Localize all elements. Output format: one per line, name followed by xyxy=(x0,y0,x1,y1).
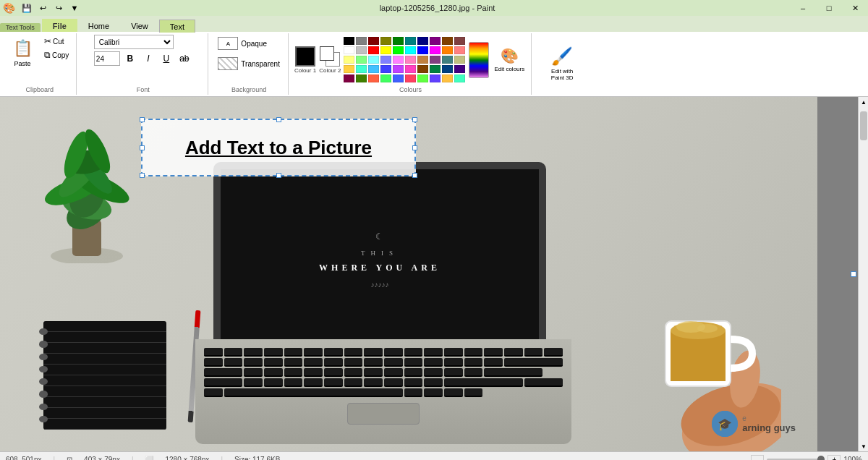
scrollbar-thumb[interactable] xyxy=(860,111,867,140)
palette-cell[interactable] xyxy=(344,46,354,54)
palette-cell[interactable] xyxy=(393,56,404,64)
resize-handle-tl[interactable] xyxy=(140,117,145,122)
redo-button[interactable]: ↪ xyxy=(51,1,66,14)
close-button[interactable]: ✕ xyxy=(842,0,868,16)
palette-cell[interactable] xyxy=(417,56,428,64)
save-button[interactable]: 💾 xyxy=(20,1,34,14)
palette-cell[interactable] xyxy=(442,74,453,82)
palette-cell[interactable] xyxy=(442,56,453,64)
minimize-button[interactable]: – xyxy=(790,0,816,16)
resize-handle-ml[interactable] xyxy=(140,145,145,150)
palette-cell[interactable] xyxy=(442,37,453,45)
resize-handle-bm[interactable] xyxy=(276,173,281,178)
tab-text[interactable]: Text xyxy=(159,20,195,33)
palette-cell[interactable] xyxy=(368,37,379,45)
resize-handle-mr[interactable] xyxy=(412,145,417,150)
canvas-image[interactable]: ☾ THIS WHERE YOU ARE ♪♪♪♪♪ xyxy=(0,97,817,451)
palette-cell[interactable] xyxy=(454,56,465,64)
resize-handle-tm[interactable] xyxy=(276,117,281,122)
palette-cell[interactable] xyxy=(368,74,379,82)
palette-cell[interactable] xyxy=(417,74,428,82)
tab-home[interactable]: Home xyxy=(77,19,120,32)
opaque-button[interactable]: A Opaque xyxy=(214,35,284,52)
image-dimensions: 1280 × 768px xyxy=(165,456,209,460)
cut-button[interactable]: ✂ Cut xyxy=(41,35,72,48)
colour2-front[interactable] xyxy=(320,46,334,61)
palette-cell[interactable] xyxy=(405,37,416,45)
palette-cell[interactable] xyxy=(430,65,441,73)
palette-cell[interactable] xyxy=(356,65,367,73)
palette-cell[interactable] xyxy=(454,46,465,54)
palette-cell[interactable] xyxy=(442,46,453,54)
palette-cell[interactable] xyxy=(393,65,404,73)
palette-cell[interactable] xyxy=(344,65,354,73)
colour2-swatch-wrap xyxy=(320,46,340,67)
palette-cell[interactable] xyxy=(356,46,367,54)
resize-handle-tr[interactable] xyxy=(412,117,417,122)
dropdown-button[interactable]: ▼ xyxy=(67,1,82,14)
strikethrough-button[interactable]: ab xyxy=(176,51,192,67)
palette-cell[interactable] xyxy=(368,46,379,54)
palette-cell[interactable] xyxy=(356,74,367,82)
copy-button[interactable]: ⧉ Copy xyxy=(41,48,72,61)
scroll-up-arrow[interactable]: ▲ xyxy=(859,97,868,107)
resize-handle-bl[interactable] xyxy=(140,173,145,178)
font-size-input[interactable] xyxy=(94,51,120,66)
palette-cell[interactable] xyxy=(442,65,453,73)
svg-point-20 xyxy=(697,324,718,333)
palette-cell[interactable] xyxy=(344,56,354,64)
palette-cell[interactable] xyxy=(344,37,354,45)
palette-cell[interactable] xyxy=(430,56,441,64)
zoom-out-button[interactable]: – xyxy=(751,455,764,461)
edit-colours-button[interactable]: 🎨 Edit colours xyxy=(492,45,527,74)
svg-text:🎓: 🎓 xyxy=(718,417,732,431)
vertical-scrollbar[interactable]: ▲ ▼ xyxy=(858,97,868,451)
tab-view[interactable]: View xyxy=(120,19,159,32)
palette-cell[interactable] xyxy=(380,37,391,45)
palette-cell[interactable] xyxy=(405,65,416,73)
underline-button[interactable]: U xyxy=(158,51,174,67)
palette-cell[interactable] xyxy=(405,46,416,54)
palette-cell[interactable] xyxy=(393,74,404,82)
palette-cell[interactable] xyxy=(454,37,465,45)
resize-handle-br[interactable] xyxy=(412,173,417,178)
transparent-button[interactable]: Transparent xyxy=(214,55,284,72)
palette-cell[interactable] xyxy=(405,74,416,82)
zoom-thumb[interactable] xyxy=(817,456,825,461)
palette-cell[interactable] xyxy=(430,37,441,45)
zoom-in-button[interactable]: + xyxy=(827,455,841,461)
palette-cell[interactable] xyxy=(417,46,428,54)
palette-cell[interactable] xyxy=(417,65,428,73)
palette-cell[interactable] xyxy=(380,65,391,73)
palette-cell[interactable] xyxy=(380,56,391,64)
palette-cell[interactable] xyxy=(393,46,404,54)
palette-cell[interactable] xyxy=(380,74,391,82)
bold-button[interactable]: B xyxy=(122,51,138,67)
tab-file[interactable]: File xyxy=(42,19,77,32)
right-expand-handle[interactable] xyxy=(851,271,856,277)
palette-cell[interactable] xyxy=(380,46,391,54)
palette-cell[interactable] xyxy=(417,37,428,45)
italic-button[interactable]: I xyxy=(140,51,156,67)
maximize-button[interactable]: □ xyxy=(816,0,842,16)
palette-cell[interactable] xyxy=(430,74,441,82)
palette-cell[interactable] xyxy=(368,65,379,73)
scroll-down-arrow[interactable]: ▼ xyxy=(859,441,868,451)
font-select[interactable]: Calibri xyxy=(94,35,174,49)
palette-cell[interactable] xyxy=(393,37,404,45)
undo-button[interactable]: ↩ xyxy=(35,1,50,14)
paste-button[interactable]: 📋 Paste xyxy=(7,35,38,69)
palette-cell[interactable] xyxy=(356,56,367,64)
colour1-swatch[interactable] xyxy=(295,46,315,67)
text-selection-box[interactable]: Add Text to a Picture xyxy=(141,119,416,176)
palette-cell[interactable] xyxy=(405,56,416,64)
palette-cell[interactable] xyxy=(430,46,441,54)
palette-cell[interactable] xyxy=(344,74,354,82)
ribbon-group-clipboard: 📋 Paste ✂ Cut ⧉ Copy Clipboard xyxy=(3,33,77,95)
palette-cell[interactable] xyxy=(454,74,465,82)
palette-cell[interactable] xyxy=(356,37,367,45)
palette-cell[interactable] xyxy=(368,56,379,64)
palette-cell[interactable] xyxy=(454,65,465,73)
edit-with-paint3d-button[interactable]: 🖌️ Edit with Paint 3D xyxy=(546,43,579,85)
colour-spectrum-button[interactable] xyxy=(469,42,489,78)
